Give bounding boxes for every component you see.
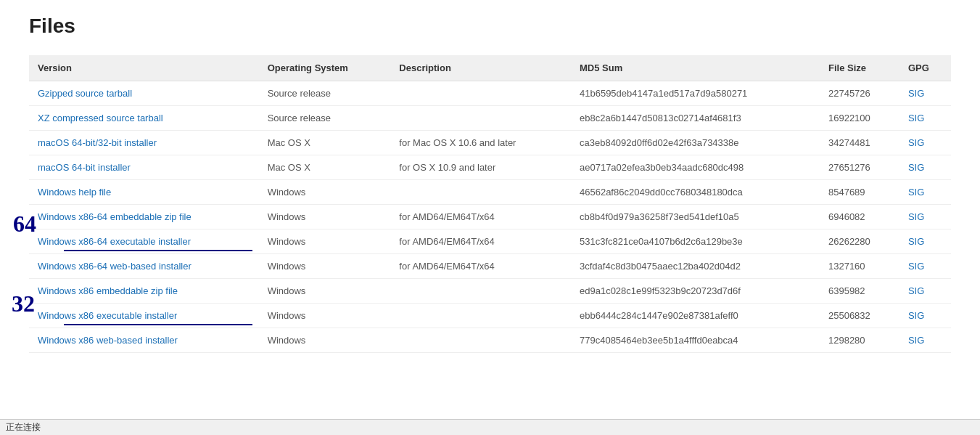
cell-gpg: SIG — [899, 180, 951, 205]
cell-md5: cb8b4f0d979a36258f73ed541def10a5 — [571, 205, 820, 229]
table-row: macOS 64-bit/32-bit installerMac OS Xfor… — [29, 131, 951, 155]
cell-version: Windows x86 embeddable zip file — [29, 279, 259, 304]
cell-gpg: SIG — [899, 328, 951, 353]
cell-os: Windows — [259, 205, 391, 229]
cell-gpg: SIG — [899, 131, 951, 155]
cell-filesize: 1327160 — [820, 254, 899, 279]
cell-description — [390, 328, 571, 353]
cell-filesize: 27651276 — [820, 155, 899, 180]
cell-os: Windows — [259, 304, 391, 328]
table-row: macOS 64-bit installerMac OS Xfor OS X 1… — [29, 155, 951, 180]
cell-md5: 41b6595deb4147a1ed517a7d9a580271 — [571, 81, 820, 106]
cell-version: Windows x86-64 embeddable zip file — [29, 205, 259, 229]
cell-version: Windows help file — [29, 180, 259, 205]
cell-md5: 531c3fc821ce0a4107b6d2c6a129be3e — [571, 229, 820, 254]
cell-description: for AMD64/EM64T/x64 — [390, 205, 571, 229]
cell-version: XZ compressed source tarball — [29, 106, 259, 131]
file-link[interactable]: macOS 64-bit/32-bit installer — [38, 137, 157, 148]
page-title: Files — [29, 15, 951, 38]
cell-filesize: 1298280 — [820, 328, 899, 353]
cell-gpg: SIG — [899, 81, 951, 106]
cell-filesize: 22745726 — [820, 81, 899, 106]
table-row: Windows x86-64 executable installerWindo… — [29, 229, 951, 254]
table-header-row: Version Operating System Description MD5… — [29, 55, 951, 81]
table-row: Gzipped source tarballSource release41b6… — [29, 81, 951, 106]
table-row: Windows x86 web-based installerWindows77… — [29, 328, 951, 353]
sig-link[interactable]: SIG — [908, 335, 924, 346]
cell-os: Windows — [259, 279, 391, 304]
sig-link[interactable]: SIG — [908, 236, 924, 247]
file-link[interactable]: macOS 64-bit installer — [38, 162, 131, 173]
cell-filesize: 8547689 — [820, 180, 899, 205]
cell-gpg: SIG — [899, 304, 951, 328]
cell-description — [390, 279, 571, 304]
file-link[interactable]: Windows x86 executable installer — [38, 310, 177, 321]
cell-description: for Mac OS X 10.6 and later — [390, 131, 571, 155]
table-row: Windows x86-64 web-based installerWindow… — [29, 254, 951, 279]
cell-gpg: SIG — [899, 106, 951, 131]
sig-link[interactable]: SIG — [908, 113, 924, 123]
cell-gpg: SIG — [899, 229, 951, 254]
table-row: Windows x86 embeddable zip fileWindowsed… — [29, 279, 951, 304]
cell-description — [390, 106, 571, 131]
sig-link[interactable]: SIG — [908, 88, 924, 99]
file-link[interactable]: Windows x86-64 embeddable zip file — [38, 211, 192, 222]
cell-filesize: 26262280 — [820, 229, 899, 254]
sig-link[interactable]: SIG — [908, 211, 924, 222]
cell-md5: ed9a1c028c1e99f5323b9c20723d7d6f — [571, 279, 820, 304]
cell-description — [390, 81, 571, 106]
cell-gpg: SIG — [899, 205, 951, 229]
file-link[interactable]: Windows x86-64 web-based installer — [38, 261, 192, 272]
cell-os: Windows — [259, 254, 391, 279]
table-row: Windows help fileWindows46562af86c2049dd… — [29, 180, 951, 205]
file-link[interactable]: Windows x86 embeddable zip file — [38, 285, 178, 296]
cell-os: Windows — [259, 180, 391, 205]
table-row: XZ compressed source tarballSource relea… — [29, 106, 951, 131]
col-os: Operating System — [259, 55, 391, 81]
cell-version: Windows x86 web-based installer — [29, 328, 259, 353]
sig-link[interactable]: SIG — [908, 261, 924, 272]
cell-version: Windows x86 executable installer — [29, 304, 259, 328]
sig-link[interactable]: SIG — [908, 285, 924, 296]
files-table: Version Operating System Description MD5… — [29, 55, 951, 353]
table-row: Windows x86 executable installerWindowse… — [29, 304, 951, 328]
cell-filesize: 34274481 — [820, 131, 899, 155]
table-row: Windows x86-64 embeddable zip fileWindow… — [29, 205, 951, 229]
cell-os: Source release — [259, 81, 391, 106]
cell-os: Source release — [259, 106, 391, 131]
cell-description: for AMD64/EM64T/x64 — [390, 229, 571, 254]
cell-md5: ae0717a02efea3b0eb34aadc680dc498 — [571, 155, 820, 180]
sig-link[interactable]: SIG — [908, 162, 924, 173]
cell-version: Windows x86-64 web-based installer — [29, 254, 259, 279]
sig-link[interactable]: SIG — [908, 187, 924, 198]
col-gpg: GPG — [899, 55, 951, 81]
cell-filesize: 6946082 — [820, 205, 899, 229]
cell-version: macOS 64-bit/32-bit installer — [29, 131, 259, 155]
cell-filesize: 25506832 — [820, 304, 899, 328]
file-link[interactable]: Windows x86-64 executable installer — [38, 236, 191, 247]
file-link[interactable]: XZ compressed source tarball — [38, 113, 163, 123]
col-md5: MD5 Sum — [571, 55, 820, 81]
cell-md5: ca3eb84092d0ff6d02e42f63a734338e — [571, 131, 820, 155]
sig-link[interactable]: SIG — [908, 137, 924, 148]
col-description: Description — [390, 55, 571, 81]
cell-filesize: 16922100 — [820, 106, 899, 131]
cell-description — [390, 304, 571, 328]
cell-md5: eb8c2a6b1447d50813c02714af4681f3 — [571, 106, 820, 131]
file-link[interactable]: Windows x86 web-based installer — [38, 335, 178, 346]
cell-md5: 779c4085464eb3ee5b1a4fffd0eabca4 — [571, 328, 820, 353]
page-wrapper: 64 32 Files Version Operating System Des… — [0, 0, 980, 367]
cell-os: Mac OS X — [259, 131, 391, 155]
main-container: Files Version Operating System Descripti… — [0, 0, 980, 367]
file-link[interactable]: Windows help file — [38, 187, 111, 198]
col-version: Version — [29, 55, 259, 81]
sig-link[interactable]: SIG — [908, 310, 924, 321]
cell-os: Windows — [259, 328, 391, 353]
file-link[interactable]: Gzipped source tarball — [38, 88, 132, 99]
cell-gpg: SIG — [899, 254, 951, 279]
cell-version: Gzipped source tarball — [29, 81, 259, 106]
cell-version: macOS 64-bit installer — [29, 155, 259, 180]
cell-description — [390, 180, 571, 205]
cell-os: Windows — [259, 229, 391, 254]
cell-filesize: 6395982 — [820, 279, 899, 304]
